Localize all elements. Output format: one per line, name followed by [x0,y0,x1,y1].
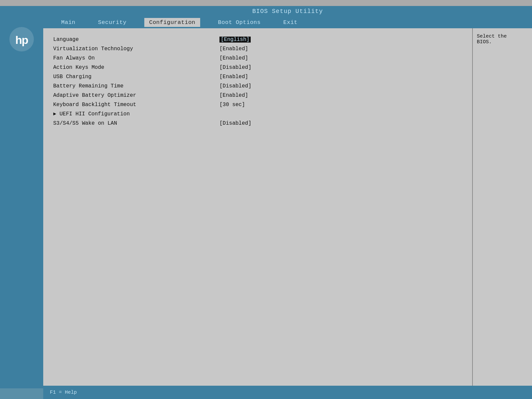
hp-logo-area: hp [0,6,43,388]
menu-item-boot-options[interactable]: Boot Options [213,18,265,27]
config-label-keyboard-backlight: Keyboard Backlight Timeout [53,102,219,108]
config-label-fan: Fan Always On [53,55,219,61]
config-row-uefi-hii[interactable]: ► UEFI HII Configuration [53,109,462,119]
config-label-wake-on-lan: S3/S4/S5 Wake on LAN [53,120,219,126]
menu-item-configuration[interactable]: Configuration [144,18,200,27]
menu-item-exit[interactable]: Exit [279,18,302,27]
config-value-action-keys: [Disabled] [219,65,251,70]
config-value-language: [English] [219,37,251,43]
config-row-usb-charging[interactable]: USB Charging [Enabled] [53,72,462,81]
config-row-language[interactable]: Language [English] [53,35,462,44]
config-label-uefi-hii: ► UEFI HII Configuration [53,111,219,117]
config-table: Language [English] Virtualization Techno… [53,35,462,128]
menu-item-security[interactable]: Security [93,18,131,27]
config-row-action-keys[interactable]: Action Keys Mode [Disabled] [53,63,462,72]
help-panel: Select theBIOS. [472,28,532,386]
config-value-battery-remaining: [Disabled] [219,83,251,89]
config-row-fan[interactable]: Fan Always On [Enabled] [53,54,462,63]
config-section: Language [English] Virtualization Techno… [43,28,472,386]
config-row-virtualization[interactable]: Virtualization Technology [Enabled] [53,44,462,54]
config-value-keyboard-backlight: [30 sec] [219,102,245,108]
menu-item-main[interactable]: Main [57,18,80,27]
config-value-virtualization: [Enabled] [219,46,248,52]
top-bezel [0,0,532,6]
config-row-adaptive-battery[interactable]: Adaptive Battery Optimizer [Enabled] [53,91,462,100]
bios-title-text: BIOS Setup Utility [252,8,323,15]
config-value-fan: [Enabled] [219,55,248,61]
config-value-adaptive-battery: [Enabled] [219,92,248,98]
config-row-battery-remaining[interactable]: Battery Remaining Time [Disabled] [53,81,462,91]
config-row-wake-on-lan[interactable]: S3/S4/S5 Wake on LAN [Disabled] [53,119,462,128]
svg-text:hp: hp [15,34,28,46]
bottom-bar: F1 = Help [43,386,532,399]
config-label-language: Language [53,37,219,43]
help-text: Select theBIOS. [477,34,507,45]
config-label-virtualization: Virtualization Technology [53,46,219,52]
hp-logo-icon: hp [8,26,35,53]
config-label-battery-remaining: Battery Remaining Time [53,83,219,89]
bios-panel: BIOS Setup Utility Main Security Configu… [43,6,532,386]
config-value-usb-charging: [Enabled] [219,74,248,80]
arrow-icon: ► [53,111,56,117]
config-label-adaptive-battery: Adaptive Battery Optimizer [53,92,219,98]
bios-title: BIOS Setup Utility [43,6,532,17]
bottom-f1-help: F1 = Help [50,390,77,395]
content-area: Language [English] Virtualization Techno… [43,28,532,386]
config-label-usb-charging: USB Charging [53,74,219,80]
config-row-keyboard-backlight[interactable]: Keyboard Backlight Timeout [30 sec] [53,100,462,109]
menu-bar: Main Security Configuration Boot Options… [43,17,532,28]
config-value-wake-on-lan: [Disabled] [219,120,251,126]
config-label-action-keys: Action Keys Mode [53,65,219,70]
